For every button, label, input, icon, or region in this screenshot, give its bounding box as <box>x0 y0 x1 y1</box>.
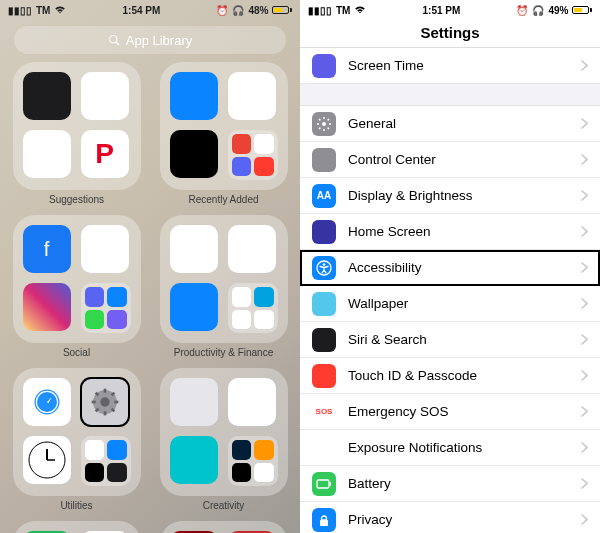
folder[interactable]: P <box>13 62 141 190</box>
folder-label: Creativity <box>203 500 245 511</box>
siri-icon <box>312 328 336 352</box>
svg-rect-23 <box>320 520 328 526</box>
row-label: Privacy <box>348 512 581 527</box>
settings-row-home-screen[interactable]: Home Screen <box>300 214 600 250</box>
folder[interactable] <box>13 368 141 496</box>
folder[interactable] <box>160 215 288 343</box>
svg-point-6 <box>100 397 109 406</box>
settings-row-privacy[interactable]: Privacy <box>300 502 600 533</box>
status-bar: ▮▮▯▯ TM 1:51 PM ⏰ 🎧 49% <box>300 0 600 18</box>
chevron-right-icon <box>581 331 588 349</box>
battery-icon <box>272 6 292 14</box>
signal-icon: ▮▮▯▯ <box>308 5 332 16</box>
battery-icon <box>312 472 336 496</box>
settings-row-control-center[interactable]: Control Center <box>300 142 600 178</box>
folder-label: Suggestions <box>49 194 104 205</box>
settings-list[interactable]: Screen TimeGeneralControl CenterAADispla… <box>300 48 600 533</box>
privacy-icon <box>312 508 336 532</box>
row-label: Exposure Notifications <box>348 440 581 455</box>
mini-app-group[interactable] <box>81 283 131 333</box>
chevron-right-icon <box>581 475 588 493</box>
folder-label: Utilities <box>60 500 92 511</box>
chevron-right-icon <box>581 295 588 313</box>
folder-label: Productivity & Finance <box>174 347 274 358</box>
signal-icon: ▮▮▯▯ <box>8 5 32 16</box>
chevron-right-icon <box>581 57 588 75</box>
row-label: Emergency SOS <box>348 404 581 419</box>
battery-pct: 49% <box>548 5 568 16</box>
chevron-right-icon <box>581 187 588 205</box>
pinterest-icon[interactable]: P <box>81 130 129 178</box>
sos-icon: SOS <box>312 400 336 424</box>
notes-icon[interactable] <box>170 225 218 273</box>
carrier-label: TM <box>36 5 50 16</box>
settings-row-display-brightness[interactable]: AADisplay & Brightness <box>300 178 600 214</box>
app-icon[interactable] <box>170 130 218 178</box>
mini-app-group[interactable] <box>228 130 278 180</box>
svg-line-11 <box>95 393 98 396</box>
touch-id-icon <box>312 364 336 388</box>
folder-label: Recently Added <box>188 194 258 205</box>
chevron-right-icon <box>581 439 588 457</box>
messenger-icon[interactable] <box>228 72 276 120</box>
svg-point-18 <box>322 122 326 126</box>
search-input[interactable]: App Library <box>14 26 286 54</box>
folder-label: Social <box>63 347 90 358</box>
home-screen-icon <box>312 220 336 244</box>
settings-row-accessibility[interactable]: Accessibility <box>300 250 600 286</box>
folder[interactable] <box>160 368 288 496</box>
page-title: Settings <box>300 18 600 48</box>
alarm-icon: ⏰ <box>216 5 228 16</box>
folder[interactable] <box>160 62 288 190</box>
headphones-icon: 🎧 <box>232 5 244 16</box>
wifi-icon <box>54 5 66 16</box>
messenger-icon[interactable] <box>81 225 129 273</box>
search-icon <box>108 34 120 46</box>
folder[interactable] <box>160 521 288 533</box>
chevron-right-icon <box>581 151 588 169</box>
svg-line-14 <box>111 393 114 396</box>
app-icon[interactable] <box>170 72 218 120</box>
settings-row-general[interactable]: General <box>300 106 600 142</box>
app-icon[interactable] <box>170 283 218 331</box>
safari-icon[interactable] <box>23 378 71 426</box>
settings-row-siri-search[interactable]: Siri & Search <box>300 322 600 358</box>
mini-app-group[interactable] <box>228 283 278 333</box>
instagram-icon[interactable] <box>23 283 71 331</box>
alarm-icon: ⏰ <box>516 5 528 16</box>
settings-row-touch-id-passcode[interactable]: Touch ID & Passcode <box>300 358 600 394</box>
photos-icon[interactable] <box>228 378 276 426</box>
settings-row-emergency-sos[interactable]: SOSEmergency SOS <box>300 394 600 430</box>
chevron-right-icon <box>581 367 588 385</box>
settings-row-wallpaper[interactable]: Wallpaper <box>300 286 600 322</box>
svg-line-12 <box>111 409 114 412</box>
settings-row-screen-time[interactable]: Screen Time <box>300 48 600 84</box>
status-bar: ▮▮▯▯ TM 1:54 PM ⏰ 🎧 48% <box>0 0 300 18</box>
app-library-screen: ▮▮▯▯ TM 1:54 PM ⏰ 🎧 48% App Library PSug… <box>0 0 300 533</box>
canva-icon[interactable] <box>170 436 218 484</box>
battery-icon <box>572 6 592 14</box>
headphones-icon: 🎧 <box>532 5 544 16</box>
mini-app-group[interactable] <box>81 436 131 486</box>
folder[interactable]: f <box>13 215 141 343</box>
settings-row-exposure-notifications[interactable]: Exposure Notifications <box>300 430 600 466</box>
search-label: App Library <box>126 33 192 48</box>
facebook-icon[interactable]: f <box>23 225 71 273</box>
camera-icon[interactable] <box>170 378 218 426</box>
google-drive-icon[interactable] <box>23 130 71 178</box>
general-icon <box>312 112 336 136</box>
clock-icon[interactable] <box>23 436 71 484</box>
clock-label: 1:51 PM <box>423 5 461 16</box>
folder[interactable] <box>13 521 141 533</box>
settings-row-battery[interactable]: Battery <box>300 466 600 502</box>
row-label: General <box>348 116 581 131</box>
app-icon[interactable] <box>81 72 129 120</box>
row-label: Touch ID & Passcode <box>348 368 581 383</box>
gmail-icon[interactable] <box>228 225 276 273</box>
row-label: Siri & Search <box>348 332 581 347</box>
wifi-icon <box>354 5 366 16</box>
mini-app-group[interactable] <box>228 436 278 486</box>
calculator-icon[interactable] <box>23 72 71 120</box>
settings-icon[interactable] <box>81 378 129 426</box>
exposure-icon <box>312 436 336 460</box>
